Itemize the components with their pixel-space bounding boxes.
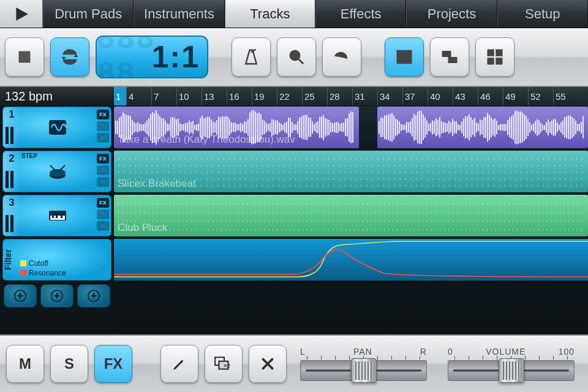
- svg-marker-3: [74, 55, 78, 57]
- automation-header[interactable]: Filter Cutoff Resonance: [2, 239, 111, 281]
- svg-rect-1: [19, 51, 30, 62]
- tab-tracks[interactable]: Tracks: [225, 0, 315, 28]
- tempo-display[interactable]: 132 bpm: [0, 87, 114, 105]
- add-track-row: [0, 282, 114, 310]
- bottom-toolbar: M S FX ×2 LPANR 0VOLUME100: [0, 334, 588, 392]
- clip-label: Take a breath (Katy Theodossiou).wav: [118, 134, 295, 146]
- x-icon: [260, 356, 276, 372]
- volume-knob[interactable]: [499, 358, 524, 383]
- keys-track-icon: [20, 195, 95, 236]
- arrangement-view: 132 bpm 1 FXSM 2 STEP FXSM 3 FXSM Filter…: [0, 87, 588, 334]
- svg-rect-15: [497, 50, 502, 56]
- track-lane-1[interactable]: Take a breath (Katy Theodossiou).wav: [114, 107, 588, 148]
- add-track-button[interactable]: [4, 284, 37, 307]
- tab-instruments[interactable]: Instruments: [134, 0, 224, 28]
- position-display[interactable]: 1:1: [96, 36, 208, 78]
- loop-icon: [61, 48, 79, 66]
- stop-button[interactable]: [5, 37, 44, 77]
- add-track-button[interactable]: [77, 284, 110, 307]
- magnifier-icon: [287, 48, 306, 66]
- automation-title: Filter: [3, 239, 17, 280]
- track-headers: 132 bpm 1 FXSM 2 STEP FXSM 3 FXSM Filter…: [0, 87, 114, 334]
- loop-button[interactable]: [50, 37, 89, 77]
- view-clips-button[interactable]: [430, 37, 469, 77]
- solo-chip[interactable]: S: [97, 165, 109, 175]
- delete-button[interactable]: [249, 345, 287, 383]
- svg-point-5: [290, 51, 300, 60]
- svg-marker-2: [61, 57, 66, 59]
- grid-icon: [486, 48, 504, 66]
- solo-chip[interactable]: S: [97, 209, 109, 219]
- transport-toolbar: 1:1: [0, 28, 588, 87]
- pattern-clip[interactable]: Club Pluck: [114, 195, 588, 236]
- solo-button[interactable]: S: [50, 345, 88, 383]
- track-lane-2[interactable]: Slicex Brakebeat: [114, 151, 588, 192]
- duplicate-button[interactable]: ×2: [205, 345, 243, 383]
- svg-point-20: [50, 169, 66, 176]
- zoom-button[interactable]: [277, 37, 316, 77]
- audio-track-icon: [20, 107, 95, 148]
- pencil-icon: [172, 356, 187, 372]
- audio-clip[interactable]: Take a breath (Katy Theodossiou).wav: [114, 107, 359, 148]
- svg-rect-12: [443, 51, 451, 56]
- audio-clip[interactable]: [377, 107, 588, 148]
- tab-drum-pads[interactable]: Drum Pads: [43, 0, 134, 28]
- tab-effects[interactable]: Effects: [315, 0, 406, 28]
- volume-slider[interactable]: 0VOLUME100: [440, 347, 582, 381]
- pan-knob[interactable]: [351, 358, 377, 383]
- plus-icon: [87, 289, 100, 303]
- clips-icon: [440, 48, 459, 66]
- step-tag: STEP: [21, 153, 37, 159]
- fx-chip[interactable]: FX: [97, 154, 109, 164]
- edit-button[interactable]: [160, 345, 198, 383]
- track-header-2[interactable]: 2 STEP FXSM: [2, 151, 111, 192]
- tab-setup[interactable]: Setup: [497, 0, 588, 28]
- svg-rect-27: [61, 216, 62, 218]
- svg-rect-26: [56, 216, 58, 218]
- mute-chip[interactable]: M: [97, 177, 109, 187]
- automation-curves: [114, 239, 588, 281]
- track-lane-3[interactable]: Club Pluck: [114, 195, 588, 236]
- play-icon: [13, 6, 29, 22]
- track-header-1[interactable]: 1 FXSM: [2, 107, 111, 148]
- fx-chip[interactable]: FX: [97, 110, 109, 119]
- svg-marker-0: [16, 7, 28, 21]
- pan-slider[interactable]: LPANR: [293, 347, 434, 381]
- metronome-button[interactable]: [232, 37, 271, 77]
- top-tabs: Drum Pads Instruments Tracks Effects Pro…: [0, 0, 588, 28]
- duplicate-icon: ×2: [214, 356, 233, 372]
- clip-label: Slicex Brakebeat: [118, 178, 196, 190]
- mute-chip[interactable]: M: [97, 221, 109, 231]
- automation-legend: Cutoff Resonance: [17, 239, 111, 280]
- svg-rect-17: [497, 59, 502, 64]
- fx-chip[interactable]: FX: [97, 198, 109, 208]
- view-list-button[interactable]: [385, 37, 424, 77]
- clip-label: Club Pluck: [118, 222, 167, 234]
- bar-ruler[interactable]: 14710131619222528313437404346495255: [114, 87, 588, 105]
- mute-button[interactable]: M: [6, 345, 44, 383]
- stop-icon: [15, 48, 34, 66]
- pattern-clip[interactable]: Slicex Brakebeat: [114, 151, 588, 192]
- svg-rect-16: [488, 59, 494, 64]
- metronome-icon: [242, 48, 260, 66]
- automation-lane[interactable]: [114, 239, 588, 281]
- track-header-3[interactable]: 3 FXSM: [2, 195, 111, 236]
- fx-button[interactable]: FX: [94, 345, 132, 383]
- plus-icon: [13, 289, 27, 303]
- list-icon: [395, 48, 413, 66]
- add-track-button[interactable]: [40, 284, 74, 307]
- undo-icon: [333, 48, 351, 66]
- svg-rect-14: [488, 50, 494, 56]
- svg-rect-25: [52, 216, 54, 218]
- tab-projects[interactable]: Projects: [406, 0, 497, 28]
- undo-button[interactable]: [322, 37, 361, 77]
- plus-icon: [50, 289, 64, 303]
- svg-rect-13: [449, 58, 457, 62]
- solo-chip[interactable]: S: [97, 121, 109, 131]
- mute-chip[interactable]: M: [97, 133, 109, 143]
- timeline[interactable]: 14710131619222528313437404346495255 Take…: [114, 87, 588, 334]
- svg-text:×2: ×2: [224, 362, 230, 369]
- play-button[interactable]: [0, 0, 43, 28]
- svg-line-6: [299, 59, 304, 64]
- view-grid-button[interactable]: [475, 37, 514, 77]
